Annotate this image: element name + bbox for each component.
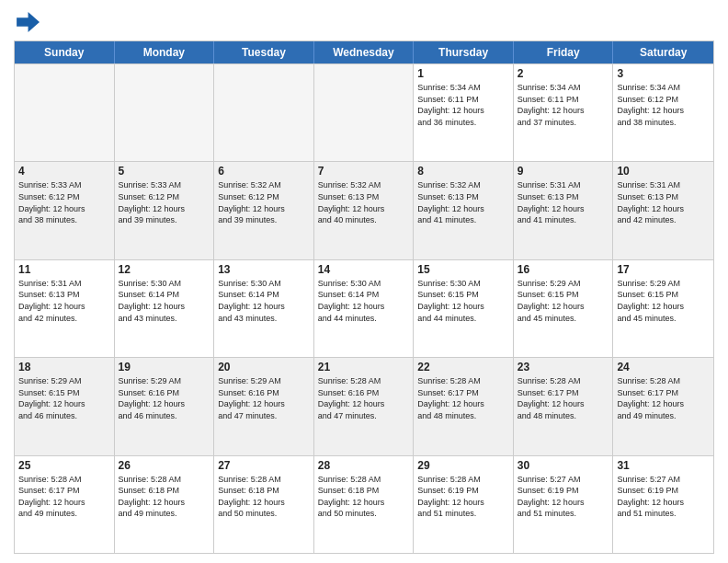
day-header-sunday: Sunday [15, 41, 115, 63]
day-number: 14 [318, 263, 410, 276]
cell-info: Sunrise: 5:30 AM Sunset: 6:14 PM Dayligh… [318, 278, 410, 324]
day-number: 18 [18, 361, 110, 373]
calendar-cell [314, 64, 415, 161]
cell-info: Sunrise: 5:27 AM Sunset: 6:19 PM Dayligh… [617, 474, 710, 520]
calendar-row-1: 1Sunrise: 5:34 AM Sunset: 6:11 PM Daylig… [15, 63, 713, 161]
svg-marker-0 [17, 12, 40, 32]
calendar-row-4: 18Sunrise: 5:29 AM Sunset: 6:15 PM Dayli… [15, 357, 713, 454]
calendar-cell: 19Sunrise: 5:29 AM Sunset: 6:16 PM Dayli… [115, 358, 215, 454]
day-header-wednesday: Wednesday [314, 41, 415, 63]
calendar-cell: 23Sunrise: 5:28 AM Sunset: 6:17 PM Dayli… [514, 358, 614, 454]
header [14, 9, 714, 35]
cell-info: Sunrise: 5:29 AM Sunset: 6:15 PM Dayligh… [18, 375, 110, 421]
day-number: 5 [119, 165, 210, 178]
day-number: 6 [218, 165, 310, 178]
day-number: 22 [417, 361, 509, 373]
day-number: 20 [218, 361, 310, 373]
calendar-row-2: 4Sunrise: 5:33 AM Sunset: 6:12 PM Daylig… [15, 161, 713, 259]
cell-info: Sunrise: 5:28 AM Sunset: 6:17 PM Dayligh… [417, 375, 509, 421]
calendar-cell: 15Sunrise: 5:30 AM Sunset: 6:15 PM Dayli… [414, 260, 514, 357]
cell-info: Sunrise: 5:34 AM Sunset: 6:11 PM Dayligh… [518, 82, 609, 128]
cell-info: Sunrise: 5:29 AM Sunset: 6:16 PM Dayligh… [119, 375, 210, 421]
calendar-cell: 27Sunrise: 5:28 AM Sunset: 6:18 PM Dayli… [214, 456, 314, 553]
calendar-cell: 28Sunrise: 5:28 AM Sunset: 6:18 PM Dayli… [314, 456, 415, 553]
day-number: 10 [617, 165, 710, 178]
calendar-cell: 30Sunrise: 5:27 AM Sunset: 6:19 PM Dayli… [514, 456, 614, 553]
day-header-thursday: Thursday [414, 41, 514, 63]
cell-info: Sunrise: 5:30 AM Sunset: 6:14 PM Dayligh… [218, 278, 310, 324]
calendar-cell: 10Sunrise: 5:31 AM Sunset: 6:13 PM Dayli… [613, 162, 713, 259]
day-number: 11 [18, 263, 110, 276]
calendar-cell: 3Sunrise: 5:34 AM Sunset: 6:12 PM Daylig… [613, 64, 713, 161]
cell-info: Sunrise: 5:30 AM Sunset: 6:15 PM Dayligh… [417, 278, 509, 324]
calendar-cell [115, 64, 215, 161]
day-number: 13 [218, 263, 310, 276]
cell-info: Sunrise: 5:28 AM Sunset: 6:17 PM Dayligh… [518, 375, 609, 421]
calendar-cell: 31Sunrise: 5:27 AM Sunset: 6:19 PM Dayli… [613, 456, 713, 553]
calendar-cell: 2Sunrise: 5:34 AM Sunset: 6:11 PM Daylig… [514, 64, 614, 161]
calendar-cell: 11Sunrise: 5:31 AM Sunset: 6:13 PM Dayli… [15, 260, 115, 357]
calendar-cell: 17Sunrise: 5:29 AM Sunset: 6:15 PM Dayli… [613, 260, 713, 357]
day-number: 23 [518, 361, 609, 373]
day-header-saturday: Saturday [613, 41, 713, 63]
calendar-cell: 29Sunrise: 5:28 AM Sunset: 6:19 PM Dayli… [414, 456, 514, 553]
cell-info: Sunrise: 5:28 AM Sunset: 6:18 PM Dayligh… [119, 474, 210, 520]
calendar-row-5: 25Sunrise: 5:28 AM Sunset: 6:17 PM Dayli… [15, 455, 713, 553]
logo-icon [14, 9, 40, 35]
day-number: 27 [218, 459, 310, 472]
cell-info: Sunrise: 5:34 AM Sunset: 6:12 PM Dayligh… [617, 82, 710, 128]
cell-info: Sunrise: 5:32 AM Sunset: 6:13 PM Dayligh… [417, 179, 509, 225]
calendar-cell: 6Sunrise: 5:32 AM Sunset: 6:12 PM Daylig… [214, 162, 314, 259]
day-number: 16 [518, 263, 609, 276]
day-number: 7 [318, 165, 410, 178]
day-number: 8 [417, 165, 509, 178]
calendar-cell: 12Sunrise: 5:30 AM Sunset: 6:14 PM Dayli… [115, 260, 215, 357]
cell-info: Sunrise: 5:33 AM Sunset: 6:12 PM Dayligh… [119, 179, 210, 225]
calendar-cell: 16Sunrise: 5:29 AM Sunset: 6:15 PM Dayli… [514, 260, 614, 357]
calendar-cell: 4Sunrise: 5:33 AM Sunset: 6:12 PM Daylig… [15, 162, 115, 259]
calendar-cell: 5Sunrise: 5:33 AM Sunset: 6:12 PM Daylig… [115, 162, 215, 259]
calendar-cell [15, 64, 115, 161]
calendar-cell: 9Sunrise: 5:31 AM Sunset: 6:13 PM Daylig… [514, 162, 614, 259]
cell-info: Sunrise: 5:33 AM Sunset: 6:12 PM Dayligh… [18, 179, 110, 225]
calendar-body: 1Sunrise: 5:34 AM Sunset: 6:11 PM Daylig… [15, 63, 713, 553]
calendar-cell: 26Sunrise: 5:28 AM Sunset: 6:18 PM Dayli… [115, 456, 215, 553]
day-number: 26 [119, 459, 210, 472]
cell-info: Sunrise: 5:28 AM Sunset: 6:19 PM Dayligh… [417, 474, 509, 520]
calendar-cell: 20Sunrise: 5:29 AM Sunset: 6:16 PM Dayli… [214, 358, 314, 454]
day-number: 2 [518, 67, 609, 80]
calendar-cell: 7Sunrise: 5:32 AM Sunset: 6:13 PM Daylig… [314, 162, 415, 259]
day-number: 12 [119, 263, 210, 276]
cell-info: Sunrise: 5:31 AM Sunset: 6:13 PM Dayligh… [518, 179, 609, 225]
cell-info: Sunrise: 5:34 AM Sunset: 6:11 PM Dayligh… [417, 82, 509, 128]
day-number: 3 [617, 67, 710, 80]
cell-info: Sunrise: 5:29 AM Sunset: 6:15 PM Dayligh… [518, 278, 609, 324]
calendar-cell: 14Sunrise: 5:30 AM Sunset: 6:14 PM Dayli… [314, 260, 415, 357]
logo [14, 9, 43, 35]
day-number: 21 [318, 361, 410, 373]
cell-info: Sunrise: 5:29 AM Sunset: 6:15 PM Dayligh… [617, 278, 710, 324]
cell-info: Sunrise: 5:28 AM Sunset: 6:17 PM Dayligh… [617, 375, 710, 421]
calendar-cell: 25Sunrise: 5:28 AM Sunset: 6:17 PM Dayli… [15, 456, 115, 553]
calendar-cell: 8Sunrise: 5:32 AM Sunset: 6:13 PM Daylig… [414, 162, 514, 259]
calendar-cell: 22Sunrise: 5:28 AM Sunset: 6:17 PM Dayli… [414, 358, 514, 454]
calendar-cell: 18Sunrise: 5:29 AM Sunset: 6:15 PM Dayli… [15, 358, 115, 454]
cell-info: Sunrise: 5:28 AM Sunset: 6:17 PM Dayligh… [18, 474, 110, 520]
cell-info: Sunrise: 5:28 AM Sunset: 6:18 PM Dayligh… [218, 474, 310, 520]
calendar-cell [214, 64, 314, 161]
cell-info: Sunrise: 5:32 AM Sunset: 6:12 PM Dayligh… [218, 179, 310, 225]
day-number: 25 [18, 459, 110, 472]
cell-info: Sunrise: 5:31 AM Sunset: 6:13 PM Dayligh… [617, 179, 710, 225]
calendar: SundayMondayTuesdayWednesdayThursdayFrid… [14, 40, 714, 554]
day-header-tuesday: Tuesday [214, 41, 314, 63]
page: SundayMondayTuesdayWednesdayThursdayFrid… [0, 0, 728, 563]
cell-info: Sunrise: 5:30 AM Sunset: 6:14 PM Dayligh… [119, 278, 210, 324]
calendar-cell: 13Sunrise: 5:30 AM Sunset: 6:14 PM Dayli… [214, 260, 314, 357]
cell-info: Sunrise: 5:29 AM Sunset: 6:16 PM Dayligh… [218, 375, 310, 421]
cell-info: Sunrise: 5:28 AM Sunset: 6:18 PM Dayligh… [318, 474, 410, 520]
day-number: 28 [318, 459, 410, 472]
day-number: 29 [417, 459, 509, 472]
day-number: 9 [518, 165, 609, 178]
cell-info: Sunrise: 5:32 AM Sunset: 6:13 PM Dayligh… [318, 179, 410, 225]
day-header-friday: Friday [514, 41, 614, 63]
